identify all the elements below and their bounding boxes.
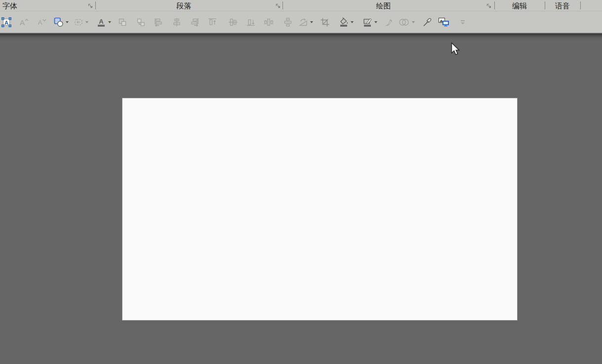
group-separator — [580, 1, 581, 9]
align-left-icon[interactable] — [154, 17, 163, 27]
svg-text:A: A — [38, 19, 42, 26]
group-label-drawing: 绘图 — [282, 1, 494, 11]
paragraph-dialog-launcher-icon[interactable] — [275, 3, 281, 9]
chevron-down-icon[interactable] — [85, 21, 88, 23]
send-backward-icon[interactable] — [136, 17, 146, 27]
distribute-horizontal-icon[interactable] — [264, 17, 274, 27]
chevron-down-icon[interactable] — [351, 21, 354, 23]
shape-outline-icon[interactable] — [362, 17, 377, 27]
align-right-icon[interactable] — [190, 17, 200, 27]
chevron-down-icon[interactable] — [310, 21, 313, 23]
group-label-voice: 语音 — [545, 1, 580, 11]
group-separator — [545, 1, 545, 9]
screenshot-icon[interactable] — [438, 17, 449, 27]
bring-forward-icon[interactable] — [118, 17, 127, 27]
svg-text:A: A — [4, 20, 8, 26]
slide[interactable] — [122, 98, 518, 321]
group-label-edit: 编辑 — [494, 1, 545, 11]
align-bottom-icon[interactable] — [246, 17, 256, 27]
decrease-font-size-icon[interactable]: A — [36, 17, 47, 27]
text-fill-color-icon[interactable]: A — [96, 17, 111, 27]
group-label-font: 字体 — [2, 1, 17, 11]
shape-quick-style-icon[interactable] — [54, 17, 69, 27]
eyedropper-icon[interactable] — [422, 17, 432, 27]
slide-canvas[interactable] — [0, 34, 602, 364]
distribute-vertical-icon[interactable] — [283, 17, 293, 27]
merge-shapes-icon[interactable] — [398, 17, 415, 27]
edit-shape-icon[interactable] — [74, 17, 88, 27]
font-dialog-launcher-icon[interactable] — [87, 3, 93, 9]
align-middle-icon[interactable] — [228, 17, 238, 27]
text-box-icon[interactable]: A — [1, 17, 12, 28]
ribbon-toolbar: 字体 段落 绘图 编辑 语音 A — [0, 0, 602, 33]
chevron-down-icon[interactable] — [108, 21, 111, 23]
rotate-icon[interactable] — [298, 17, 313, 27]
group-separator — [95, 1, 96, 9]
format-painter-icon[interactable] — [384, 17, 394, 27]
app-window: 字体 段落 绘图 编辑 语音 A — [0, 0, 602, 364]
svg-text:A: A — [99, 18, 104, 25]
crop-icon[interactable] — [320, 17, 330, 27]
chevron-down-icon[interactable] — [374, 21, 377, 23]
align-top-icon[interactable] — [207, 17, 217, 27]
group-separator — [282, 1, 283, 9]
more-tools-icon[interactable] — [459, 17, 467, 27]
chevron-down-icon[interactable] — [412, 21, 415, 23]
group-separator — [494, 1, 495, 9]
align-center-icon[interactable] — [172, 17, 182, 27]
chevron-down-icon[interactable] — [66, 21, 69, 23]
svg-text:A: A — [20, 18, 25, 27]
drawing-dialog-launcher-icon[interactable] — [486, 3, 492, 9]
increase-font-size-icon[interactable]: A — [18, 17, 29, 27]
label-row-divider — [0, 11, 602, 11]
shape-fill-icon[interactable] — [339, 17, 354, 27]
mouse-cursor-icon — [451, 42, 460, 58]
group-label-paragraph: 段落 — [95, 1, 282, 11]
